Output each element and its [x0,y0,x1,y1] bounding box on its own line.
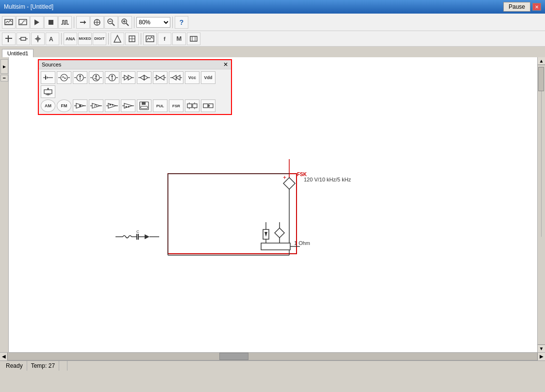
instrument-multimeter[interactable]: M [172,33,186,45]
sources-close-button[interactable]: ✕ [223,61,228,68]
zoom-select[interactable]: 80% 50% 60% 70% 90% 100% 125% 150% 200% [136,17,170,28]
svg-marker-66 [156,75,160,80]
src-dc-voltage[interactable]: + [41,71,55,84]
select-tool-button[interactable] [2,33,16,45]
svg-marker-54 [111,75,113,77]
src-pulse[interactable]: PUL [153,99,167,112]
indicator-button[interactable] [111,33,124,45]
run-analysis-button[interactable] [2,16,16,29]
title-bar: Multisim - [Untitled] — □ ✕ [0,0,545,14]
edit-button1[interactable] [76,16,90,29]
svg-marker-77 [47,88,49,89]
svg-point-93 [126,106,127,108]
bode-button[interactable] [16,16,30,29]
src-ac-voltage[interactable] [57,71,71,84]
cap-label: C [136,229,139,234]
selection-rectangle [168,174,297,254]
stop-button[interactable] [44,16,58,29]
svg-marker-70 [172,75,176,80]
src-nonlinear1[interactable] [73,99,87,112]
svg-rect-31 [190,36,197,41]
help-button[interactable]: ? [175,16,188,29]
left-sidebar: ▶ ━ [0,57,9,352]
mixed-button[interactable]: MIXED [78,33,92,45]
pause-button[interactable]: Pause [503,2,530,12]
sources-body: + [39,69,231,114]
plus-sign: + [283,174,286,181]
hscroll-track[interactable] [8,353,537,360]
main-area: ▶ ━ Sources ✕ + [0,57,545,352]
sources-header[interactable]: Sources ✕ [39,60,231,69]
instrument-osc[interactable] [143,33,157,45]
scroll-right-button[interactable]: ▶ [537,353,545,360]
toolbar-separator-1 [74,16,74,28]
src-vcc2[interactable] [137,71,151,84]
src-fm[interactable]: FM [57,99,71,112]
vscroll-thumb[interactable] [538,67,544,91]
src-clock[interactable] [105,71,119,84]
close-button[interactable]: ✕ [532,3,541,11]
toolbar-group-sim [2,16,72,29]
src-piecewise[interactable] [89,99,103,112]
svg-rect-18 [8,35,9,42]
diamond-source[interactable] [275,228,284,238]
scroll-down-button[interactable]: ▼ [538,344,545,352]
src-vcv[interactable] [121,71,135,84]
hscroll-thumb[interactable] [219,353,248,360]
svg-rect-99 [193,104,197,108]
sidebar-run-btn[interactable]: ▶ [0,59,8,74]
analog-button[interactable]: ANA [64,33,77,45]
instrument-func[interactable]: f [158,33,171,45]
svg-marker-58 [124,75,128,80]
src-ccv[interactable] [153,71,167,84]
toolbar-group-edit [76,16,132,29]
sources-panel: Sources ✕ + [38,59,232,115]
misc-button[interactable] [125,33,139,45]
svg-marker-67 [160,75,164,80]
zoom-out-button[interactable] [104,16,118,29]
digital-button[interactable]: DIGIT [93,33,106,45]
fsk-value-label: 120 V/10 kHz/5 kHz [304,177,351,182]
resistor-body[interactable] [261,243,290,250]
src-bus-current[interactable] [201,99,215,112]
src-ccc[interactable] [169,71,183,84]
svg-text:+: + [45,73,47,76]
src-ac-current[interactable] [89,71,103,84]
src-shot[interactable] [121,99,135,112]
instrument-extra[interactable] [187,33,200,45]
arrow-indicator [145,234,149,239]
svg-rect-96 [142,102,146,105]
status-ready: Ready [2,361,27,371]
horizontal-scrollbar[interactable]: ◀ ▶ [0,352,545,360]
canvas-area[interactable]: Sources ✕ + [9,57,545,352]
inductor-body[interactable] [123,236,132,238]
probe-tool-button[interactable] [31,33,45,45]
zoom-in-button[interactable] [118,16,132,29]
src-ground[interactable] [41,85,55,98]
svg-marker-71 [176,75,180,80]
src-dc-current-up[interactable] [73,71,87,84]
src-thermal[interactable] [105,99,119,112]
scroll-up-button[interactable]: ▲ [538,57,545,65]
src-save[interactable] [137,99,151,112]
run-button[interactable] [30,16,44,29]
tab-untitled1[interactable]: Untitled1 [2,49,33,57]
svg-marker-26 [114,35,121,42]
svg-rect-4 [49,20,53,25]
src-am[interactable]: AM [41,99,55,112]
label-tool-button[interactable]: A [46,33,59,45]
sidebar-tool-btn[interactable]: ━ [0,75,8,82]
sources-row2: AM FM [41,99,229,112]
edit-button2[interactable] [90,16,104,29]
src-vcc[interactable]: Vcc [185,71,199,84]
waveform-button[interactable] [58,16,72,29]
src-bus-voltage[interactable] [185,99,199,112]
svg-text:A: A [49,36,53,43]
tb2-sep2 [108,33,109,45]
vertical-scrollbar[interactable]: ▲ ▼ [537,57,545,352]
svg-rect-104 [203,104,208,108]
src-fsr[interactable]: FSR [169,99,183,112]
scroll-left-button[interactable]: ◀ [0,353,8,360]
wire-tool-button[interactable] [17,33,30,45]
src-vdd[interactable]: Vdd [201,71,215,84]
